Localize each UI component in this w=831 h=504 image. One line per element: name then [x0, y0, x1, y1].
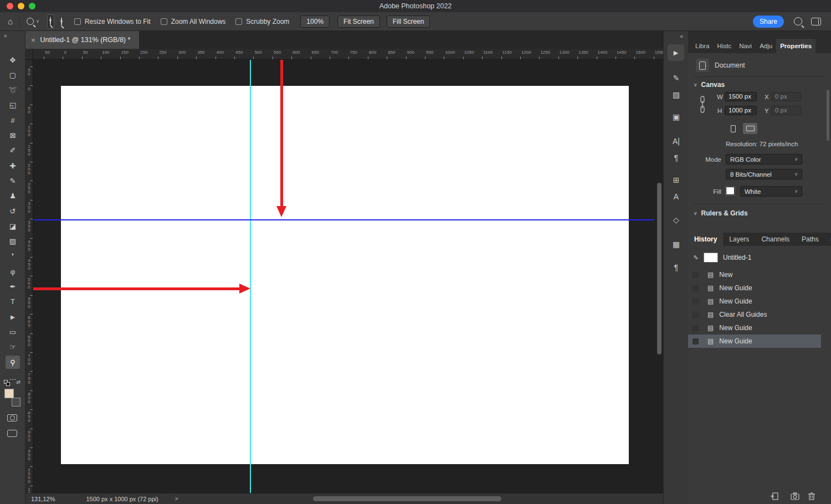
- fit-screen-button[interactable]: Fit Screen: [337, 16, 380, 28]
- rulers-grids-section-header[interactable]: ∨ Rulers & Grids: [694, 209, 748, 217]
- zoom-tool[interactable]: ⚲: [6, 356, 20, 369]
- history-source-well[interactable]: [693, 272, 699, 278]
- tab-properties[interactable]: Properties: [776, 39, 815, 53]
- default-colors-icon[interactable]: ⇄: [4, 380, 20, 387]
- vertical-guide[interactable]: [250, 60, 251, 493]
- zoom-percentage-field[interactable]: 100%: [300, 16, 330, 28]
- frame-tool[interactable]: ⊠: [6, 129, 20, 142]
- zoom-level[interactable]: 131,12%: [31, 496, 55, 502]
- width-field[interactable]: 1500 px: [725, 92, 757, 101]
- gradient-tool[interactable]: ▨: [6, 235, 20, 248]
- rectangle-tool[interactable]: ▭: [6, 325, 20, 338]
- workspace-switcher-icon[interactable]: [811, 18, 821, 25]
- tab-libra[interactable]: Libra: [691, 39, 714, 53]
- minimize-window-button[interactable]: [18, 3, 24, 9]
- checkbox-resize-windows-to-fit[interactable]: Resize Windows to Fit: [74, 18, 151, 25]
- new-snapshot-camera-icon[interactable]: [790, 491, 800, 501]
- type-tool[interactable]: T: [6, 295, 20, 308]
- zoom-out-button[interactable]: −: [61, 18, 62, 25]
- quick-mask-icon[interactable]: [7, 414, 17, 421]
- vertical-scrollbar[interactable]: [657, 183, 661, 354]
- close-tab-icon[interactable]: ×: [31, 36, 35, 44]
- lasso-tool[interactable]: ➰: [6, 84, 20, 97]
- zoom-tool-preset[interactable]: ∨: [27, 18, 39, 25]
- pen-tool[interactable]: ✒: [6, 280, 20, 294]
- eraser-tool[interactable]: ◪: [6, 219, 20, 233]
- history-state-row[interactable]: ▤New: [688, 268, 821, 281]
- fill-select[interactable]: White ∨: [740, 186, 802, 197]
- paragraph-panel-icon[interactable]: ¶: [664, 154, 689, 162]
- clone-stamp-tool[interactable]: ♟: [6, 189, 20, 203]
- crop-tool[interactable]: #: [6, 114, 20, 127]
- screen-mode-icon[interactable]: [7, 430, 17, 437]
- history-source-well[interactable]: [693, 299, 699, 305]
- height-field[interactable]: 1000 px: [725, 106, 757, 115]
- document-canvas[interactable]: [61, 86, 629, 464]
- history-state-row[interactable]: ▤New Guide: [688, 335, 821, 348]
- checkbox-scrubby-zoom[interactable]: Scrubby Zoom: [235, 18, 289, 25]
- close-window-button[interactable]: [7, 3, 13, 9]
- fill-screen-button[interactable]: Fill Screen: [387, 16, 430, 28]
- document-tab[interactable]: × Untitled-1 @ 131% (RGB/8) *: [25, 31, 139, 49]
- history-brush-tool[interactable]: ↺: [6, 204, 20, 218]
- zoom-window-button[interactable]: [29, 3, 35, 9]
- tab-navi[interactable]: Navi: [735, 39, 756, 53]
- character-panel-icon[interactable]: A|: [664, 137, 689, 145]
- horizontal-guide[interactable]: [33, 219, 654, 220]
- history-source-well[interactable]: [693, 325, 699, 331]
- brush-settings-panel-icon[interactable]: ✎: [664, 74, 689, 82]
- landscape-orientation-button[interactable]: [743, 123, 757, 134]
- share-button[interactable]: Share: [753, 16, 784, 28]
- x-field[interactable]: 0 px: [771, 92, 801, 101]
- new-document-from-state-icon[interactable]: [770, 491, 780, 501]
- tab-channels[interactable]: Channels: [755, 233, 796, 246]
- canvas-area[interactable]: [33, 60, 663, 493]
- paragraph-styles-panel-icon[interactable]: ¶: [664, 264, 689, 271]
- brush-tool[interactable]: ✎: [6, 174, 20, 187]
- character-styles-panel-icon[interactable]: A: [664, 193, 689, 200]
- history-source-well[interactable]: [693, 338, 699, 344]
- status-chevron-icon[interactable]: >: [175, 496, 178, 502]
- search-icon[interactable]: [794, 17, 802, 25]
- foreground-color-swatch[interactable]: [4, 389, 14, 398]
- home-icon[interactable]: ⌂: [8, 17, 13, 25]
- brushes-panel-icon[interactable]: ▧: [664, 91, 689, 99]
- actions-panel-icon[interactable]: ▶: [668, 44, 684, 61]
- fill-color-swatch[interactable]: [726, 187, 735, 195]
- object-selection-tool[interactable]: ◱: [6, 99, 20, 112]
- tab-layers[interactable]: Layers: [723, 233, 755, 246]
- bit-depth-select[interactable]: 8 Bits/Channel ∨: [726, 169, 802, 179]
- materials-panel-icon[interactable]: ◇: [664, 216, 689, 224]
- history-snapshot-row[interactable]: ✎ Untitled-1: [688, 250, 821, 265]
- tab-paths[interactable]: Paths: [796, 233, 825, 246]
- expand-toolbar-icon[interactable]: »: [4, 33, 7, 39]
- tab-histc[interactable]: Histc: [714, 39, 736, 53]
- horizontal-scrollbar[interactable]: [313, 496, 501, 501]
- link-dimensions-icon[interactable]: [699, 94, 706, 116]
- tab-adju[interactable]: Adju: [756, 39, 776, 53]
- horizontal-ruler[interactable]: 5005010015020025030035040045050055060065…: [33, 49, 663, 60]
- y-field[interactable]: 0 px: [771, 106, 801, 115]
- delete-state-trash-icon[interactable]: [807, 491, 817, 501]
- vertical-ruler[interactable]: 5005010015020025030035040045050055060065…: [25, 60, 33, 493]
- zoom-in-button[interactable]: +: [47, 14, 54, 29]
- path-selection-tool[interactable]: ►: [6, 310, 20, 323]
- panel-scrollbar[interactable]: [827, 90, 829, 141]
- history-source-well[interactable]: [693, 285, 699, 291]
- glyphs-panel-icon[interactable]: ⊞: [664, 176, 689, 184]
- eyedropper-tool[interactable]: ✐: [6, 144, 20, 157]
- patterns-panel-icon[interactable]: ▦: [664, 240, 689, 248]
- history-state-row[interactable]: ▤Clear All Guides: [688, 308, 821, 321]
- dodge-tool[interactable]: φ: [6, 265, 20, 278]
- checkbox-zoom-all-windows[interactable]: Zoom All Windows: [161, 18, 226, 25]
- history-source-well[interactable]: [693, 312, 699, 318]
- canvas-section-header[interactable]: ∨ Canvas: [694, 81, 725, 89]
- rectangular-marquee-tool[interactable]: ▢: [6, 68, 20, 81]
- portrait-orientation-button[interactable]: [726, 123, 740, 134]
- healing-brush-tool[interactable]: ✚: [6, 159, 20, 172]
- background-color-swatch[interactable]: [12, 398, 20, 407]
- panel-menu-icon[interactable]: ≡: [825, 233, 831, 246]
- hand-tool[interactable]: ☞: [6, 341, 20, 354]
- move-tool[interactable]: ✥: [6, 53, 20, 66]
- history-brush-source-icon[interactable]: ✎: [688, 254, 704, 261]
